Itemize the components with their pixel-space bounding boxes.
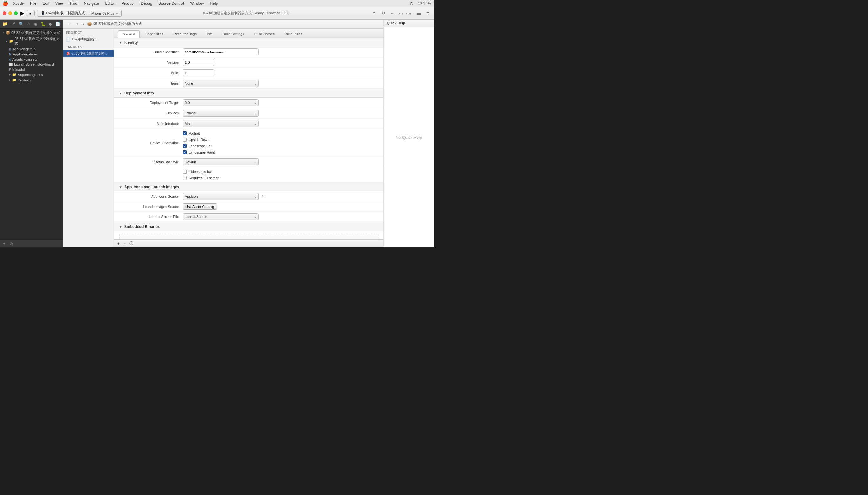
navigator-toggle[interactable]: ≡ (371, 10, 378, 17)
content-info-button[interactable]: ⓘ (128, 240, 134, 247)
use-asset-catalog-button[interactable]: Use Asset Catalog (183, 203, 217, 210)
layout-single[interactable]: ▭ (397, 10, 405, 17)
hide-status-checkbox[interactable] (183, 170, 187, 174)
layout-split-v[interactable]: ▬ (415, 10, 423, 17)
launch-screen-file-value: LaunchScreen ⌄ (183, 213, 378, 220)
build-input[interactable] (183, 69, 214, 76)
tab-build-phases[interactable]: Build Phases (250, 30, 279, 38)
app-icons-dropdown[interactable]: AppIcon ⌄ (183, 193, 259, 200)
deployment-label: Deployment Info (124, 91, 154, 96)
scheme-selector[interactable]: 📱 05-3种加载...·制器的方式 › | iPhone 6s Plus ⌄ (37, 10, 122, 17)
menu-file[interactable]: File (29, 1, 37, 6)
inspector-toggle[interactable]: ≡ (424, 10, 431, 17)
left-panel-project-label: 05-3种加载自控... (72, 37, 97, 41)
back-icon[interactable]: ← (388, 10, 396, 17)
landscape-right-checkbox[interactable]: ✓ (183, 150, 187, 154)
menu-window[interactable]: Window (189, 1, 205, 6)
refresh-icon[interactable]: ↻ (379, 10, 387, 17)
editor-area: ⊞ ‹ › 📦 05-3种加载自定义控制器的方式 PROJECT 📄 05-3种… (63, 20, 383, 248)
deployment-target-value: 9.0 ⌄ (183, 99, 378, 106)
test-icon[interactable]: ◉ (33, 21, 38, 27)
report-icon[interactable]: 📄 (54, 21, 61, 27)
identity-header[interactable]: ▼ Identity (114, 38, 383, 47)
menu-help[interactable]: Help (209, 1, 219, 6)
apple-menu[interactable]: 🍎 (2, 1, 8, 6)
version-input[interactable] (183, 59, 214, 66)
warning-icon[interactable]: ⚠ (26, 21, 31, 27)
storyboard-icon: ⬜ (9, 63, 13, 66)
content-add-button[interactable]: + (116, 241, 121, 246)
tab-info[interactable]: Info (202, 30, 217, 38)
team-dropdown[interactable]: None ⌄ (183, 80, 259, 87)
target-icon: 🎯 (66, 52, 70, 56)
run-button[interactable]: ▶ (20, 10, 24, 16)
deployment-target-dropdown[interactable]: 9.0 ⌄ (183, 99, 259, 106)
sidebar-item-appdelegate-h[interactable]: H AppDelegate.h (0, 47, 63, 52)
deployment-header[interactable]: ▼ Deployment Info (114, 89, 383, 98)
deployment-toggle-icon: ▼ (119, 91, 122, 95)
landscape-right-label: Landscape Right (189, 151, 215, 154)
menu-find[interactable]: Find (69, 1, 79, 6)
menu-debug[interactable]: Debug (139, 1, 153, 6)
status-bar-dropdown[interactable]: Default ⌄ (183, 158, 259, 166)
sidebar-item-supporting[interactable]: ▶ 📁 Supporting Files (0, 72, 63, 77)
left-panel-target-item[interactable]: 🎯 /.. 05-3种加载自定义控... (63, 50, 114, 57)
menu-product[interactable]: Product (120, 1, 136, 6)
sidebar-item-launchscreen[interactable]: ⬜ LaunchScreen.storyboard (0, 62, 63, 67)
menu-view[interactable]: View (54, 1, 65, 6)
menu-edit[interactable]: Edit (41, 1, 50, 6)
toolbar-status: 05-3种加载自定义控制器的方式: Ready | Today at 10:59 (124, 11, 368, 16)
add-file-button[interactable]: + (2, 241, 7, 246)
sidebar-item-assets[interactable]: A Assets.xcassets (0, 57, 63, 62)
team-row: Team None ⌄ (114, 78, 383, 89)
devices-dropdown-arrow: ⌄ (254, 112, 256, 115)
tab-build-settings[interactable]: Build Settings (218, 30, 249, 38)
left-panel-project-item[interactable]: 📄 05-3种加载自控... (63, 36, 114, 43)
menu-editor[interactable]: Editor (104, 1, 116, 6)
git-icon[interactable]: ⎇ (10, 21, 16, 27)
deployment-target-label: Deployment Target (119, 101, 183, 105)
nav-jump-bar-icon[interactable]: ⊞ (66, 20, 73, 28)
breakpoint-icon[interactable]: ◆ (48, 21, 53, 27)
tab-capabilities[interactable]: Capabilities (140, 30, 168, 38)
search-icon[interactable]: 🔍 (18, 21, 24, 27)
nav-forward-button[interactable]: › (82, 21, 86, 27)
assets-icon: A (9, 58, 11, 61)
folder-icon[interactable]: 📁 (2, 21, 8, 27)
sidebar-item-appdelegate-m[interactable]: M AppDelegate.m (0, 52, 63, 57)
app-icons-header[interactable]: ▼ App Icons and Launch Images (114, 183, 383, 191)
no-quick-help-text: No Quick Help (396, 135, 422, 140)
tab-build-rules[interactable]: Build Rules (280, 30, 307, 38)
menu-navigate[interactable]: Navigate (82, 1, 100, 6)
version-label: Version (119, 61, 183, 64)
close-button[interactable] (2, 12, 6, 15)
embedded-header[interactable]: ▼ Embedded Binaries (114, 222, 383, 231)
landscape-left-checkbox[interactable]: ✓ (183, 144, 187, 148)
sidebar-item-infoplist[interactable]: P Info.plist (0, 67, 63, 72)
minimize-button[interactable] (8, 12, 12, 15)
menu-xcode[interactable]: Xcode (12, 1, 25, 6)
content-remove-button[interactable]: − (122, 241, 127, 246)
portrait-checkbox[interactable]: ✓ (183, 131, 187, 135)
devices-dropdown[interactable]: iPhone ⌄ (183, 110, 259, 117)
launch-screen-dropdown[interactable]: LaunchScreen ⌄ (183, 213, 259, 220)
menu-source-control[interactable]: Source Control (157, 1, 185, 6)
products-label: Products (18, 78, 31, 82)
fullscreen-button[interactable] (14, 12, 18, 15)
full-screen-checkbox[interactable] (183, 176, 187, 180)
layout-split[interactable]: ▭▭ (406, 10, 414, 17)
tab-resource-tags[interactable]: Resource Tags (169, 30, 201, 38)
app-icons-refresh-button[interactable]: ↻ (260, 194, 266, 199)
sidebar-item-subfolder[interactable]: ▼ 📁 05-3种加载自定义控制器的方式 (0, 36, 63, 47)
nav-back-button[interactable]: ‹ (75, 21, 80, 27)
tab-general[interactable]: General (118, 30, 140, 38)
sidebar-item-products[interactable]: ▶ 📁 Products (0, 77, 63, 83)
app-icons-source-container: AppIcon ⌄ ↻ (183, 193, 378, 200)
bundle-identifier-input[interactable] (183, 49, 259, 55)
main-interface-dropdown[interactable]: Main ⌄ (183, 120, 259, 127)
stop-button[interactable]: ■ (27, 10, 35, 16)
debug-icon[interactable]: 🐛 (40, 21, 46, 27)
filter-button[interactable]: ⊙ (8, 241, 14, 246)
upside-down-checkbox[interactable] (183, 138, 187, 142)
sidebar-item-project-root[interactable]: ▼ 📦 05-3种加载自定义控制器的方式 (0, 30, 63, 36)
